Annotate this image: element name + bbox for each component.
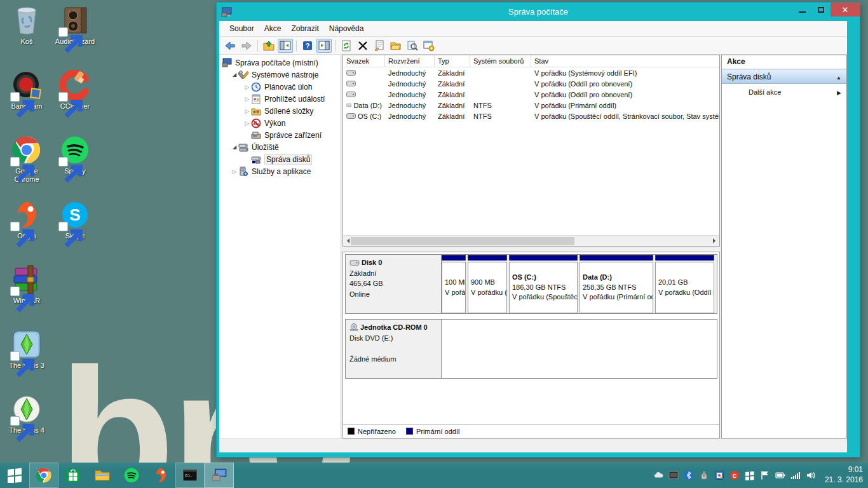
partition-os-c[interactable]: OS (C:)186,30 GB NTFSV pořádku (Spouštěc… — [509, 255, 578, 313]
partition-recovery-2[interactable]: 20,01 GBV pořádku (Oddíl pro obnovení) — [655, 255, 714, 313]
partition-data-d[interactable]: Data (D:)258,35 GB NTFSV pořádku (Primár… — [580, 255, 653, 313]
collapsed-arrow-icon[interactable] — [243, 96, 251, 102]
cdrom-info[interactable]: Jednotka CD-ROM 0 Disk DVD (E:) Žádné mé… — [345, 319, 442, 379]
actions-more-actions[interactable]: Další akce — [722, 84, 846, 100]
action-pane-toggle-icon[interactable] — [316, 39, 332, 53]
help-topics-icon[interactable] — [421, 39, 437, 53]
desktop-icon-skype[interactable]: S Skype — [51, 200, 99, 264]
back-icon[interactable] — [222, 39, 238, 53]
expanded-arrow-icon[interactable] — [231, 144, 238, 150]
scrollbar-thumb[interactable] — [351, 237, 574, 245]
desktop-icon-sims3[interactable]: The Sims 3 — [3, 329, 51, 394]
start-button[interactable] — [0, 463, 29, 488]
open-folder-icon[interactable] — [388, 39, 403, 53]
taskbar-store[interactable] — [58, 463, 88, 488]
display-icon[interactable] — [668, 470, 679, 481]
shortcut-arrow-icon — [10, 222, 20, 231]
column-header[interactable]: Rozvržení — [385, 55, 435, 67]
taskbar-spotify[interactable] — [117, 463, 146, 488]
desktop-icon-winrar[interactable]: WinRAR — [3, 264, 51, 329]
tree-item-system-tools[interactable]: Systémové nástroje — [219, 69, 341, 81]
column-header[interactable]: Typ — [435, 55, 470, 67]
close-button[interactable]: ✕ — [831, 3, 860, 17]
tree-item-event-viewer[interactable]: Prohlížeč událostí — [219, 93, 341, 105]
column-header[interactable]: Systém souborů — [470, 55, 531, 67]
disk-0-info[interactable]: Disk 0 Základní 465,64 GB Online — [345, 254, 442, 314]
volume-icon[interactable] — [806, 470, 817, 481]
volume-row[interactable]: Jednoduchý Základní V pořádku (Oddíl pro… — [343, 78, 719, 89]
menu-napoveda[interactable]: Nápověda — [324, 22, 369, 36]
ccleaner-tray-icon[interactable]: C — [729, 470, 740, 481]
delete-icon[interactable] — [355, 39, 370, 53]
desktop-icon-bandicam[interactable]: Bandicam — [3, 70, 51, 135]
desktop-icon-sims4[interactable]: The Sims 4 — [3, 394, 51, 459]
actions-group-disk-management[interactable]: Správa disků — [722, 69, 846, 84]
tree-item-task-scheduler[interactable]: Plánovač úloh — [219, 81, 341, 93]
flag-icon[interactable] — [760, 470, 771, 481]
taskbar-command-prompt[interactable]: C:\_ — [175, 463, 205, 488]
volume-row[interactable]: Jednoduchý Základní V pořádku (Systémový… — [343, 67, 719, 78]
desktop-icon-audiowizard[interactable]: AudioWizard — [51, 5, 99, 70]
taskbar-chrome[interactable] — [29, 463, 58, 488]
refresh-icon[interactable] — [339, 39, 354, 53]
menu-akce[interactable]: Akce — [259, 22, 287, 36]
tree-item-shared-folders[interactable]: Sdílené složky — [219, 105, 341, 117]
partition-recovery-1[interactable]: 900 MBV pořádku (Oddíl pro obnovení) — [468, 255, 507, 313]
svg-text:C: C — [733, 473, 737, 479]
system-tools-icon — [238, 70, 249, 80]
folder-up-icon[interactable] — [261, 39, 276, 53]
find-icon[interactable] — [405, 39, 420, 53]
desktop-icon-spotify[interactable]: Spotify — [51, 135, 99, 200]
scroll-right-icon[interactable] — [713, 238, 718, 243]
partition-efi[interactable]: 100 MBV pořádku (Systémový oddíl EFI) — [442, 255, 466, 313]
tree-item-services[interactable]: Služby a aplikace — [219, 165, 341, 177]
status-bar — [219, 438, 847, 452]
tree-item-computer-management[interactable]: Správa počítače (místní) — [219, 57, 341, 69]
onedrive-cloud-icon[interactable] — [653, 470, 664, 481]
desktop-icon-chrome[interactable]: Google Chrome — [3, 135, 51, 200]
usb-icon[interactable] — [699, 470, 710, 481]
collapse-group-icon[interactable] — [836, 72, 841, 81]
console-tree-toggle-icon[interactable] — [278, 39, 293, 53]
taskbar-computer-management[interactable] — [205, 463, 234, 488]
network-icon[interactable] — [790, 470, 801, 481]
horizontal-scrollbar[interactable] — [343, 235, 719, 246]
collapsed-arrow-icon[interactable] — [243, 120, 251, 126]
collapsed-arrow-icon[interactable] — [243, 108, 251, 114]
windows-flag-icon[interactable] — [745, 470, 756, 481]
taskbar-file-explorer[interactable] — [88, 463, 117, 488]
utility-icon[interactable] — [714, 470, 725, 481]
tree-item-device-manager[interactable]: Správce zařízení — [219, 129, 341, 141]
desktop-icon-recycle-bin[interactable]: Koš — [3, 5, 51, 70]
bluetooth-icon[interactable] — [684, 470, 695, 481]
menu-soubor[interactable]: Soubor — [224, 22, 259, 36]
clock[interactable]: 9:01 21. 3. 2016 — [825, 465, 863, 485]
column-header[interactable]: Stav — [531, 55, 719, 67]
shortcut-arrow-icon — [58, 92, 68, 102]
tree-item-performance[interactable]: Výkon — [219, 117, 341, 129]
minimize-button[interactable] — [792, 3, 811, 17]
expanded-arrow-icon[interactable] — [231, 72, 238, 78]
menu-zobrazit[interactable]: Zobrazit — [286, 22, 323, 36]
tree-item-storage[interactable]: Úložiště — [219, 141, 341, 153]
battery-icon[interactable] — [775, 470, 786, 481]
titlebar[interactable]: Správa počítače ✕ — [217, 3, 860, 21]
forward-icon[interactable] — [239, 39, 254, 53]
volume-row[interactable]: Jednoduchý Základní V pořádku (Oddíl pro… — [343, 89, 719, 100]
scroll-left-icon[interactable] — [344, 238, 349, 243]
help-icon[interactable]: ? — [300, 39, 315, 53]
column-header[interactable]: Svazek — [343, 55, 385, 67]
desktop-icon-origin[interactable]: Origin — [3, 200, 51, 264]
tree-item-disk-management[interactable]: Správa disků — [219, 153, 341, 165]
maximize-button[interactable] — [811, 3, 831, 17]
collapsed-arrow-icon[interactable] — [231, 168, 238, 175]
cdrom-media-area[interactable] — [442, 319, 717, 379]
taskbar-origin[interactable] — [146, 463, 175, 488]
volume-row[interactable]: OS (C:) Jednoduchý Základní NTFS V pořád… — [343, 111, 719, 121]
pane-splitter-horizontal[interactable] — [342, 247, 720, 252]
recycle-bin-icon — [11, 5, 42, 36]
volume-row[interactable]: Data (D:) Jednoduchý Základní NTFS V poř… — [343, 100, 719, 111]
desktop-icon-ccleaner[interactable]: CCleaner — [51, 70, 99, 135]
properties-icon[interactable] — [372, 39, 387, 53]
collapsed-arrow-icon[interactable] — [243, 84, 251, 90]
